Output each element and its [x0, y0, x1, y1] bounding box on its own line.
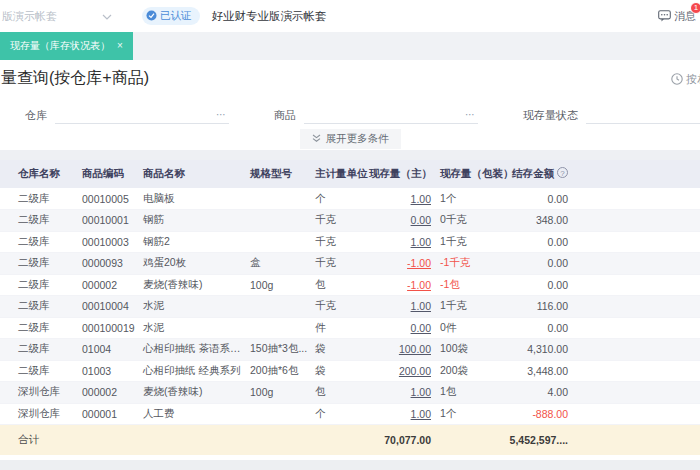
cell-qty-pkg: 1千克 [433, 231, 503, 253]
filter-product-picker-button[interactable]: ⋯ [463, 109, 478, 120]
messages-button[interactable]: 消息 1 [658, 9, 696, 24]
filter-warehouse-label: 仓库 [25, 108, 47, 123]
filter-product-input[interactable] [304, 107, 463, 123]
cell-amount: 3,448.00 [503, 360, 575, 382]
cell-unit: 袋 [312, 339, 369, 361]
qty-drilldown-link[interactable]: 1.00 [411, 408, 431, 420]
cell-unit: 包 [312, 382, 369, 404]
clock-icon [671, 73, 683, 87]
col-header-spec: 规格型号 [247, 160, 312, 188]
cell-qty-main: 0.00 [369, 317, 433, 339]
qty-drilldown-link[interactable]: 200.00 [399, 365, 431, 377]
tab-inventory-status[interactable]: 现存量（库存状况表） × [0, 32, 133, 60]
filter-warehouse-picker-button[interactable]: ⋯ [214, 109, 229, 120]
cell-spec [247, 210, 312, 232]
cell-unit: 袋 [312, 360, 369, 382]
cell-code: 01004 [80, 339, 140, 361]
account-set-select[interactable]: 版演示帐套 [0, 9, 112, 24]
cell-spec: 150抽*3包... [247, 339, 312, 361]
cell-qty-main: 0.00 [369, 210, 433, 232]
cell-filler [575, 360, 700, 382]
table-row: 二级库 00010004 水泥 千克 1.00 1千克 116.00 [0, 296, 700, 318]
cell-warehouse: 二级库 [0, 274, 80, 296]
top-right-action-button[interactable]: 按相 [671, 72, 700, 87]
cell-warehouse: 二级库 [0, 317, 80, 339]
cell-qty-main: 1.00 [369, 188, 433, 210]
col-header-code: 商品编码 [80, 160, 140, 188]
cell-unit: 千克 [312, 296, 369, 318]
cell-code: 0000093 [80, 253, 140, 275]
cell-code: 000100019 [80, 317, 140, 339]
verified-shield-icon [146, 10, 157, 23]
cell-amount: 4.00 [503, 382, 575, 404]
cell-qty-pkg: 100袋 [433, 339, 503, 361]
cell-unit: 个 [312, 188, 369, 210]
expand-more-conditions-button[interactable]: 展开更多条件 [300, 129, 401, 149]
title-bar: 量查询(按仓库+商品) 按相 [0, 60, 700, 97]
cell-name: 水泥 [140, 317, 247, 339]
col-header-amount: 结存金额? [503, 160, 575, 188]
expand-more-conditions-label: 展开更多条件 [326, 132, 389, 146]
section-divider [0, 150, 700, 160]
cell-filler [575, 317, 700, 339]
cell-amount: 0.00 [503, 188, 575, 210]
cell-filler [575, 253, 700, 275]
message-bubble-icon [658, 10, 671, 24]
tab-close-icon[interactable]: × [117, 41, 123, 51]
filter-stock-status-input[interactable] [586, 107, 700, 123]
help-icon[interactable]: ? [557, 167, 568, 178]
top-right-action-label: 按相 [686, 72, 700, 87]
cell-filler [575, 339, 700, 361]
cell-qty-main: 1.00 [369, 296, 433, 318]
cell-spec: 100g [247, 274, 312, 296]
qty-drilldown-link[interactable]: 100.00 [399, 343, 431, 355]
cell-code: 000001 [80, 403, 140, 425]
summary-amount-total: 5,452,597.... [503, 425, 575, 455]
cell-amount: 4,310.00 [503, 339, 575, 361]
qty-drilldown-link[interactable]: 1.00 [411, 386, 431, 398]
cell-name: 钢筋 [140, 210, 247, 232]
table-row: 二级库 000002 麦烧(香辣味) 100g 包 -1.00 -1包 0.00 [0, 274, 700, 296]
inventory-table-body: 二级库 00010005 电脑板 个 1.00 1个 0.00 二级库 0001… [0, 188, 700, 425]
cell-name: 电脑板 [140, 188, 247, 210]
cell-warehouse: 二级库 [0, 360, 80, 382]
cell-name: 人工费 [140, 403, 247, 425]
cell-filler [575, 231, 700, 253]
qty-drilldown-link[interactable]: 1.00 [411, 193, 431, 205]
filter-stock-status-label: 现存量状态 [523, 108, 578, 123]
qty-drilldown-link[interactable]: 1.00 [411, 300, 431, 312]
cell-warehouse: 深圳仓库 [0, 403, 80, 425]
cell-amount: 348.00 [503, 210, 575, 232]
cell-amount: 116.00 [503, 296, 575, 318]
table-row: 二级库 0000093 鸡蛋20枚 盒 千克 -1.00 -1千克 0.00 [0, 253, 700, 275]
qty-drilldown-link[interactable]: 0.00 [411, 214, 431, 226]
qty-drilldown-link[interactable]: 1.00 [411, 236, 431, 248]
cell-unit: 千克 [312, 210, 369, 232]
cell-filler [575, 382, 700, 404]
qty-drilldown-link[interactable]: -1.00 [407, 279, 431, 291]
cell-unit: 个 [312, 403, 369, 425]
top-bar: 版演示帐套 已认证 好业财专业版演示帐套 消息 1 [0, 0, 700, 32]
qty-drilldown-link[interactable]: 0.00 [411, 322, 431, 334]
cell-name: 鸡蛋20枚 [140, 253, 247, 275]
horizontal-scrollbar[interactable] [0, 460, 700, 470]
cell-filler [575, 296, 700, 318]
cell-code: 000002 [80, 274, 140, 296]
qty-drilldown-link[interactable]: -1.00 [407, 257, 431, 269]
filter-warehouse: 仓库 ⋯ [25, 106, 229, 124]
table-row: 深圳仓库 000001 人工费 个 1.00 1个 -888.00 [0, 403, 700, 425]
cell-filler [575, 403, 700, 425]
account-set-label: 版演示帐套 [2, 9, 57, 24]
summary-qty-total: 70,077.00 [369, 425, 433, 455]
filter-warehouse-input[interactable] [55, 107, 214, 123]
cell-qty-pkg: 0千克 [433, 210, 503, 232]
cell-qty-pkg: 1包 [433, 382, 503, 404]
cell-name: 水泥 [140, 296, 247, 318]
cell-qty-main: 1.00 [369, 382, 433, 404]
cell-warehouse: 二级库 [0, 253, 80, 275]
cell-qty-pkg: 0件 [433, 317, 503, 339]
cell-warehouse: 二级库 [0, 339, 80, 361]
cell-qty-main: 100.00 [369, 339, 433, 361]
company-name: 好业财专业版演示帐套 [212, 9, 327, 24]
table-row: 深圳仓库 000002 麦烧(香辣味) 100g 包 1.00 1包 4.00 [0, 382, 700, 404]
